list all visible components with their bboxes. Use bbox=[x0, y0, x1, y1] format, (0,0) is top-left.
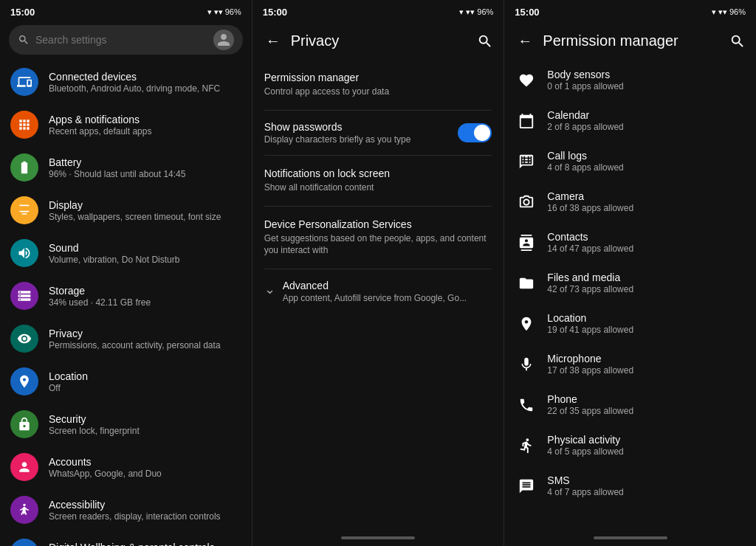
settings-list: Connected devicesBluetooth, Android Auto… bbox=[0, 61, 252, 546]
battery-subtitle: 96% · Should last until about 14:45 bbox=[49, 169, 241, 179]
settings-item-connected-devices[interactable]: Connected devicesBluetooth, Android Auto… bbox=[0, 61, 252, 103]
apps-notifications-icon bbox=[10, 111, 38, 139]
show-passwords-toggle[interactable] bbox=[458, 123, 492, 142]
permission-manager-title: Permission manager bbox=[264, 72, 492, 83]
camera-perm-title: Camera bbox=[547, 190, 744, 202]
settings-item-battery[interactable]: Battery96% · Should last until about 14:… bbox=[0, 146, 252, 189]
perm-item-microphone[interactable]: Microphone17 of 38 apps allowed bbox=[504, 344, 756, 384]
battery-label-3: 96% bbox=[729, 7, 746, 16]
perm-item-location[interactable]: Location19 of 41 apps allowed bbox=[504, 303, 756, 344]
digital-wellbeing-title: Digital Wellbeing & parental controls bbox=[49, 542, 241, 547]
time-3: 15:00 bbox=[515, 7, 539, 18]
physical-activity-perm-icon bbox=[516, 435, 537, 456]
back-button-pm[interactable]: ← bbox=[515, 30, 535, 52]
perm-item-files-media[interactable]: Files and media42 of 73 apps allowed bbox=[504, 263, 756, 303]
location-perm-sub: 19 of 41 apps allowed bbox=[547, 325, 744, 335]
device-personalization-title: Device Personalization Services bbox=[264, 218, 492, 230]
accessibility-title: Accessibility bbox=[49, 499, 241, 511]
privacy-item-permission-manager[interactable]: Permission manager Control app access to… bbox=[252, 60, 504, 110]
sms-perm-text: SMS4 of 7 apps allowed bbox=[547, 474, 744, 497]
accounts-title: Accounts bbox=[49, 456, 241, 468]
perm-item-contacts[interactable]: Contacts14 of 47 apps allowed bbox=[504, 222, 756, 263]
privacy-panel: 15:00 ▾ ▾▾ 96% ← Privacy Permission mana… bbox=[252, 0, 505, 546]
microphone-perm-sub: 17 of 38 apps allowed bbox=[547, 365, 744, 376]
storage-title: Storage bbox=[49, 285, 241, 297]
avatar bbox=[213, 30, 234, 50]
search-icon-privacy[interactable] bbox=[477, 33, 493, 49]
search-bar[interactable] bbox=[9, 25, 243, 55]
settings-item-location[interactable]: LocationOff bbox=[0, 360, 252, 403]
connected-devices-subtitle: Bluetooth, Android Auto, driving mode, N… bbox=[49, 83, 241, 94]
perm-item-calendar[interactable]: Calendar2 of 8 apps allowed bbox=[504, 100, 756, 141]
files-media-perm-title: Files and media bbox=[547, 272, 744, 283]
home-indicator-2 bbox=[252, 530, 504, 546]
settings-item-storage[interactable]: Storage34% used · 42.11 GB free bbox=[0, 274, 252, 317]
display-subtitle: Styles, wallpapers, screen timeout, font… bbox=[49, 212, 241, 222]
settings-item-sound[interactable]: SoundVolume, vibration, Do Not Disturb bbox=[0, 232, 252, 274]
privacy-item-device-personalization[interactable]: Device Personalization Services Get sugg… bbox=[252, 207, 504, 269]
sms-perm-icon bbox=[516, 476, 537, 497]
battery-label-1: 96% bbox=[225, 7, 241, 16]
apps-notifications-text: Apps & notificationsRecent apps, default… bbox=[49, 114, 241, 136]
search-input[interactable] bbox=[35, 34, 207, 46]
accessibility-subtitle: Screen readers, display, interaction con… bbox=[49, 511, 241, 522]
home-bar-3 bbox=[594, 536, 667, 539]
perm-item-call-logs[interactable]: Call logs4 of 8 apps allowed bbox=[504, 141, 756, 182]
settings-item-digital-wellbeing[interactable]: Digital Wellbeing & parental controlsScr… bbox=[0, 531, 252, 546]
settings-item-privacy[interactable]: PrivacyPermissions, account activity, pe… bbox=[0, 317, 252, 360]
signal-icon: ▾▾ bbox=[214, 7, 223, 17]
settings-item-apps-notifications[interactable]: Apps & notificationsRecent apps, default… bbox=[0, 103, 252, 146]
settings-item-accounts[interactable]: AccountsWhatsApp, Google, and Duo bbox=[0, 446, 252, 488]
contacts-perm-sub: 14 of 47 apps allowed bbox=[547, 243, 744, 254]
physical-activity-perm-title: Physical activity bbox=[547, 434, 744, 446]
storage-text: Storage34% used · 42.11 GB free bbox=[49, 285, 241, 308]
privacy-list: Permission manager Control app access to… bbox=[252, 60, 504, 530]
calendar-perm-sub: 2 of 8 apps allowed bbox=[547, 122, 744, 132]
show-passwords-title: Show passwords bbox=[264, 121, 450, 133]
perm-item-phone[interactable]: Phone22 of 35 apps allowed bbox=[504, 384, 756, 425]
location-text: LocationOff bbox=[49, 370, 241, 393]
show-passwords-text: Show passwords Display characters briefl… bbox=[264, 121, 450, 145]
calendar-perm-text: Calendar2 of 8 apps allowed bbox=[547, 109, 744, 132]
permission-list: Body sensors0 of 1 apps allowedCalendar2… bbox=[504, 60, 756, 530]
back-button-privacy[interactable]: ← bbox=[263, 30, 284, 52]
connected-devices-icon bbox=[10, 68, 38, 96]
privacy-text: PrivacyPermissions, account activity, pe… bbox=[49, 328, 241, 350]
perm-item-physical-activity[interactable]: Physical activity4 of 5 apps allowed bbox=[504, 425, 756, 466]
display-icon bbox=[10, 196, 38, 224]
settings-item-display[interactable]: DisplayStyles, wallpapers, screen timeou… bbox=[0, 189, 252, 232]
perm-item-camera[interactable]: Camera16 of 38 apps allowed bbox=[504, 182, 756, 222]
perm-item-sms[interactable]: SMS4 of 7 apps allowed bbox=[504, 466, 756, 506]
settings-item-accessibility[interactable]: AccessibilityScreen readers, display, in… bbox=[0, 488, 252, 531]
status-bar-3: 15:00 ▾ ▾▾ 96% bbox=[504, 0, 756, 22]
status-bar-1: 15:00 ▾ ▾▾ 96% bbox=[0, 0, 252, 22]
advanced-sub: App content, Autofill service from Googl… bbox=[283, 293, 467, 303]
battery-title: Battery bbox=[49, 156, 241, 168]
location-title: Location bbox=[49, 370, 241, 382]
privacy-item-advanced[interactable]: ⌄ Advanced App content, Autofill service… bbox=[252, 269, 504, 314]
search-icon bbox=[18, 34, 30, 46]
permission-manager-panel: 15:00 ▾ ▾▾ 96% ← Permission manager Body… bbox=[504, 0, 756, 546]
perm-item-body-sensors[interactable]: Body sensors0 of 1 apps allowed bbox=[504, 60, 756, 100]
settings-item-security[interactable]: SecurityScreen lock, fingerprint bbox=[0, 403, 252, 446]
battery-label-2: 96% bbox=[477, 7, 493, 16]
time-2: 15:00 bbox=[263, 7, 287, 18]
microphone-perm-text: Microphone17 of 38 apps allowed bbox=[547, 353, 744, 376]
privacy-item-notifications-lock[interactable]: Notifications on lock screen Show all no… bbox=[252, 156, 504, 206]
privacy-item-show-passwords[interactable]: Show passwords Display characters briefl… bbox=[252, 111, 504, 155]
search-icon-pm[interactable] bbox=[729, 33, 746, 49]
security-subtitle: Screen lock, fingerprint bbox=[49, 426, 241, 436]
digital-wellbeing-text: Digital Wellbeing & parental controlsScr… bbox=[49, 542, 241, 547]
home-bar-2 bbox=[341, 536, 415, 539]
display-text: DisplayStyles, wallpapers, screen timeou… bbox=[49, 199, 241, 222]
svg-point-0 bbox=[23, 504, 25, 506]
apps-notifications-subtitle: Recent apps, default apps bbox=[49, 126, 241, 136]
notifications-lock-title: Notifications on lock screen bbox=[264, 167, 492, 179]
location-icon bbox=[10, 367, 38, 395]
sms-perm-title: SMS bbox=[547, 474, 744, 486]
status-icons-2: ▾ ▾▾ 96% bbox=[459, 7, 493, 17]
call-logs-perm-title: Call logs bbox=[547, 150, 744, 162]
sound-subtitle: Volume, vibration, Do Not Disturb bbox=[49, 255, 241, 265]
location-perm-icon bbox=[516, 314, 537, 334]
security-text: SecurityScreen lock, fingerprint bbox=[49, 413, 241, 436]
